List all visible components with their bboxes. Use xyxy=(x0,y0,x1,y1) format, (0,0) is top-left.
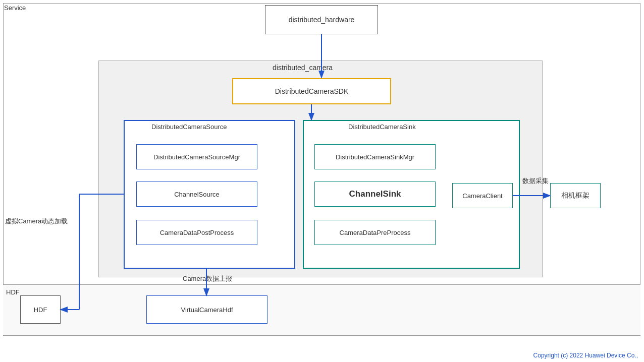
hdf-box: HDF xyxy=(20,295,61,324)
sdk-box: DistributedCameraSDK xyxy=(232,78,391,104)
copyright: Copyright (c) 2022 Huawei Device Co., xyxy=(533,352,638,359)
source-label: DistributedCameraSource xyxy=(151,123,227,131)
camera-framework-box: 相机框架 xyxy=(550,183,601,208)
channel-source-box: ChannelSource xyxy=(136,182,257,207)
data-post-box: CameraDataPostProcess xyxy=(136,220,257,245)
camera-client-box: CameraClient xyxy=(452,183,513,208)
sink-label: DistributedCameraSink xyxy=(348,123,416,131)
data-pre-box: CameraDataPreProcess xyxy=(314,220,436,245)
source-mgr-box: DistributedCameraSourceMgr xyxy=(136,144,257,169)
hdf-label: HDF xyxy=(6,288,20,296)
channel-sink-box: ChannelSink xyxy=(314,182,436,207)
virtual-hdf-box: VirtualCameraHdf xyxy=(146,295,267,324)
camera-report-label: Camera数据上报 xyxy=(183,274,232,283)
virtual-load-label: 虚拟Camera动态加载 xyxy=(5,217,68,226)
hdf-outer xyxy=(3,284,640,335)
sink-mgr-box: DistributedCameraSinkMgr xyxy=(314,144,436,169)
dist-camera-label: distributed_camera xyxy=(273,64,333,72)
data-collect-label: 数据采集 xyxy=(522,176,549,186)
distributed-hardware-box: distributed_hardware xyxy=(265,5,378,34)
diagram-wrapper: Service distributed_hardware distributed… xyxy=(0,0,644,362)
